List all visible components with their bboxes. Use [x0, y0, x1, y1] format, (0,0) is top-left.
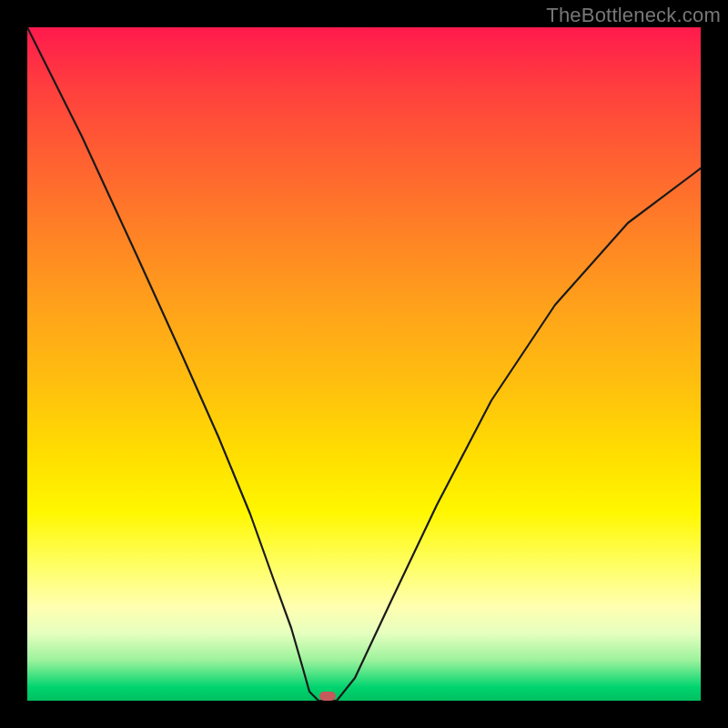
bottleneck-curve	[27, 27, 701, 701]
watermark-text: TheBottleneck.com	[546, 4, 721, 27]
optimal-point-marker	[319, 692, 336, 701]
chart-frame: TheBottleneck.com	[0, 0, 728, 728]
plot-area	[27, 27, 701, 701]
